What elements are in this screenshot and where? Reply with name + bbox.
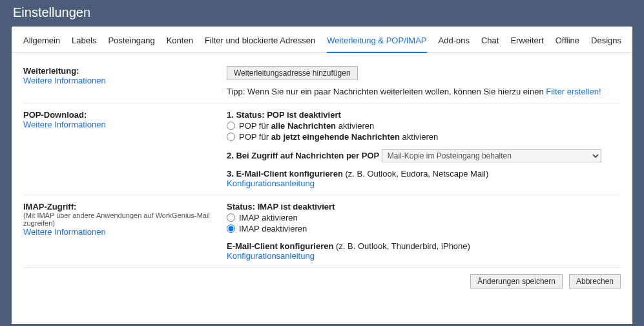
pop-more-info-link[interactable]: Weitere Informationen	[23, 120, 106, 129]
pop-status-value: POP ist deaktiviert	[267, 110, 341, 120]
tab-labels[interactable]: Labels	[72, 36, 96, 52]
pop-access-row: 2. Bei Zugriff auf Nachrichten per POP M…	[227, 149, 621, 162]
pop-client-examples: (z. B. Outlook, Eudora, Netscape Mail)	[343, 169, 488, 179]
pop-client-row: 3. E-Mail-Client konfigurieren (z. B. Ou…	[227, 169, 621, 179]
imap-enable-label: IMAP aktivieren	[239, 213, 298, 223]
tab-offline[interactable]: Offline	[556, 36, 579, 52]
imap-enable-radio[interactable]	[227, 213, 235, 222]
imap-disable-radio[interactable]	[227, 224, 235, 233]
imap-client-examples: (z. B. Outlook, Thunderbird, iPhone)	[333, 241, 470, 251]
imap-disable-label: IMAP deaktivieren	[239, 224, 307, 234]
tab-allgemein[interactable]: Allgemein	[23, 36, 60, 52]
tab-designs[interactable]: Designs	[591, 36, 621, 52]
forwarding-tip: Tipp: Wenn Sie nur ein paar Nachrichten …	[227, 87, 621, 96]
imap-client-label: E-Mail-Client konfigurieren	[227, 241, 333, 251]
forwarding-more-info-link[interactable]: Weitere Informationen	[23, 76, 106, 85]
imap-more-info-link[interactable]: Weitere Informationen	[23, 227, 106, 237]
forwarding-title: Weiterleitung:	[23, 66, 214, 76]
imap-status-value: IMAP ist deaktiviert	[258, 202, 335, 212]
cancel-button[interactable]: Abbrechen	[569, 274, 621, 288]
imap-subtitle: (Mit IMAP über andere Anwendungen auf Wo…	[23, 212, 214, 227]
forwarding-tip-text: Tipp: Wenn Sie nur ein paar Nachrichten …	[227, 87, 546, 96]
tab-filter-und-blockierte-adressen[interactable]: Filter und blockierte Adressen	[205, 36, 315, 52]
imap-title: IMAP-Zugriff:	[23, 202, 214, 212]
imap-client-row: E-Mail-Client konfigurieren (z. B. Outlo…	[227, 241, 621, 251]
pop-enable-all-radio[interactable]	[227, 122, 235, 130]
tab-konten[interactable]: Konten	[167, 36, 193, 52]
imap-status: Status: IMAP ist deaktiviert	[227, 202, 621, 212]
settings-tabs: AllgemeinLabelsPosteingangKontenFilter u…	[12, 27, 632, 53]
section-forwarding: Weiterleitung: Weitere Informationen Wei…	[23, 60, 621, 103]
pop-access-label: 2. Bei Zugriff auf Nachrichten per POP	[227, 151, 379, 160]
imap-config-link[interactable]: Konfigurationsanleitung	[227, 251, 315, 261]
footer-buttons: Änderungen speichern Abbrechen	[23, 268, 621, 288]
tab-weiterleitung-pop-imap[interactable]: Weiterleitung & POP/IMAP	[327, 36, 426, 53]
pop-action-select[interactable]: Mail-Kopie im Posteingang behalten	[382, 149, 601, 162]
create-filter-link[interactable]: Filter erstellen!	[546, 87, 601, 96]
pop-title: POP-Download:	[23, 110, 214, 120]
pop-status: 1. Status: POP ist deaktiviert	[227, 110, 621, 120]
section-imap: IMAP-Zugriff: (Mit IMAP über andere Anwe…	[23, 195, 621, 268]
pop-enable-new-label: POP für ab jetzt eingehende Nachrichten …	[239, 132, 438, 142]
settings-panel: AllgemeinLabelsPosteingangKontenFilter u…	[12, 27, 632, 324]
pop-client-label: 3. E-Mail-Client konfigurieren	[227, 169, 343, 179]
tab-chat[interactable]: Chat	[481, 36, 499, 52]
pop-enable-new-radio[interactable]	[227, 133, 235, 141]
imap-status-label: Status:	[227, 202, 258, 212]
settings-content: Weiterleitung: Weitere Informationen Wei…	[12, 53, 632, 288]
pop-enable-all-label: POP für alle Nachrichten aktivieren	[239, 121, 374, 131]
pop-config-link[interactable]: Konfigurationsanleitung	[227, 179, 315, 188]
tab-erweitert[interactable]: Erweitert	[510, 36, 543, 52]
pop-status-label: 1. Status:	[227, 110, 267, 120]
save-button[interactable]: Änderungen speichern	[470, 274, 563, 288]
add-forwarding-address-button[interactable]: Weiterleitungsadresse hinzufügen	[227, 66, 358, 80]
tab-posteingang[interactable]: Posteingang	[108, 36, 154, 52]
tab-add-ons[interactable]: Add-ons	[439, 36, 470, 52]
section-pop: POP-Download: Weitere Informationen 1. S…	[23, 103, 621, 195]
page-title: Einstellungen	[0, 0, 644, 27]
